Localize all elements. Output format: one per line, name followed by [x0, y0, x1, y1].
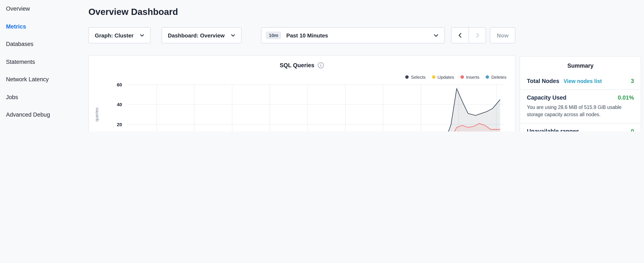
dashboard-dropdown-label: Dashboard: Overview	[168, 32, 224, 39]
sidebar: Overview Metrics Databases Statements Ne…	[0, 0, 81, 124]
summary-title: Summary	[520, 57, 641, 73]
legend-label: Updates	[438, 75, 454, 80]
chevron-left-icon	[458, 33, 462, 38]
dashboard-dropdown[interactable]: Dashboard: Overview	[161, 27, 242, 43]
legend-item: Inserts	[460, 75, 480, 80]
legend-swatch	[432, 75, 436, 79]
legend-item: Selects	[406, 75, 426, 80]
chart-canvas: 16:3816:3916:4016:4116:4216:4316:4416:45…	[92, 80, 512, 132]
legend-label: Deletes	[491, 75, 506, 80]
chart-title: SQL Queries	[280, 62, 314, 68]
graph-scope-dropdown[interactable]: Graph: Cluster	[88, 27, 150, 43]
summary-label: Unavailable ranges	[527, 128, 579, 132]
sidebar-item-overview[interactable]: Overview	[0, 0, 81, 18]
summary-row-unavailable-ranges: Unavailable ranges 0	[520, 124, 641, 132]
svg-text:60: 60	[117, 82, 122, 87]
summary-panel: Summary Total Nodes View nodes list 3 Ca…	[520, 56, 641, 132]
sidebar-item-advanced-debug[interactable]: Advanced Debug	[0, 106, 81, 124]
controls-row: Graph: Cluster Dashboard: Overview 10m P…	[88, 27, 515, 43]
app-root: Overview Metrics Databases Statements Ne…	[0, 0, 644, 132]
chevron-down-icon	[434, 34, 438, 37]
summary-row-capacity-used: Capacity Used 0.01% You are using 28.6 M…	[520, 90, 641, 124]
legend-item: Updates	[432, 75, 454, 80]
summary-sidebar: Summary Total Nodes View nodes list 3 Ca…	[520, 56, 641, 132]
page-title: Overview Dashboard	[88, 7, 515, 17]
prev-interval-button[interactable]	[452, 28, 468, 43]
chevron-down-icon	[140, 34, 144, 37]
main-content: Overview Dashboard Graph: Cluster Dashbo…	[88, 0, 515, 132]
svg-text:queries: queries	[94, 107, 99, 122]
summary-value: 0.01%	[618, 95, 634, 101]
chevron-right-icon	[476, 33, 479, 38]
time-step-buttons	[451, 27, 486, 43]
sidebar-item-statements[interactable]: Statements	[0, 53, 81, 71]
summary-label: Capacity Used	[527, 95, 566, 101]
chart-title-row: SQL Queries	[89, 56, 515, 69]
summary-label: Total Nodes	[527, 78, 560, 84]
summary-description: You are using 28.6 MiB of 515.9 GiB usab…	[527, 104, 634, 118]
next-interval-button[interactable]	[468, 28, 486, 43]
legend-label: Inserts	[466, 75, 480, 80]
time-window-badge: 10m	[266, 32, 281, 39]
time-window-label: Past 10 Minutes	[286, 32, 328, 39]
chart-legend: SelectsUpdatesInsertsDeletes	[406, 75, 506, 80]
sidebar-item-metrics[interactable]: Metrics	[0, 18, 81, 35]
sidebar-item-databases[interactable]: Databases	[0, 35, 81, 53]
sidebar-item-network-latency[interactable]: Network Latency	[0, 71, 81, 88]
legend-swatch	[486, 75, 489, 79]
view-nodes-list-link[interactable]: View nodes list	[564, 78, 602, 84]
summary-row-total-nodes: Total Nodes View nodes list 3	[520, 73, 641, 90]
now-button[interactable]: Now	[490, 27, 515, 43]
sidebar-item-jobs[interactable]: Jobs	[0, 88, 81, 106]
summary-value: 3	[631, 78, 634, 84]
chart-plot: 16:3816:3916:4016:4116:4216:4316:4416:45…	[89, 80, 515, 132]
time-window-picker[interactable]: 10m Past 10 Minutes	[261, 27, 445, 43]
chevron-down-icon	[231, 34, 235, 37]
legend-label: Selects	[411, 75, 426, 80]
graph-scope-label: Graph: Cluster	[95, 32, 134, 39]
summary-value: 0	[631, 128, 634, 132]
info-icon[interactable]	[318, 62, 324, 68]
svg-text:20: 20	[117, 122, 122, 127]
svg-text:40: 40	[117, 102, 122, 107]
legend-item: Deletes	[486, 75, 506, 80]
legend-swatch	[406, 75, 409, 79]
sql-queries-chart-card: SQL Queries SelectsUpdatesInsertsDeletes…	[88, 55, 515, 132]
legend-swatch	[460, 75, 464, 79]
